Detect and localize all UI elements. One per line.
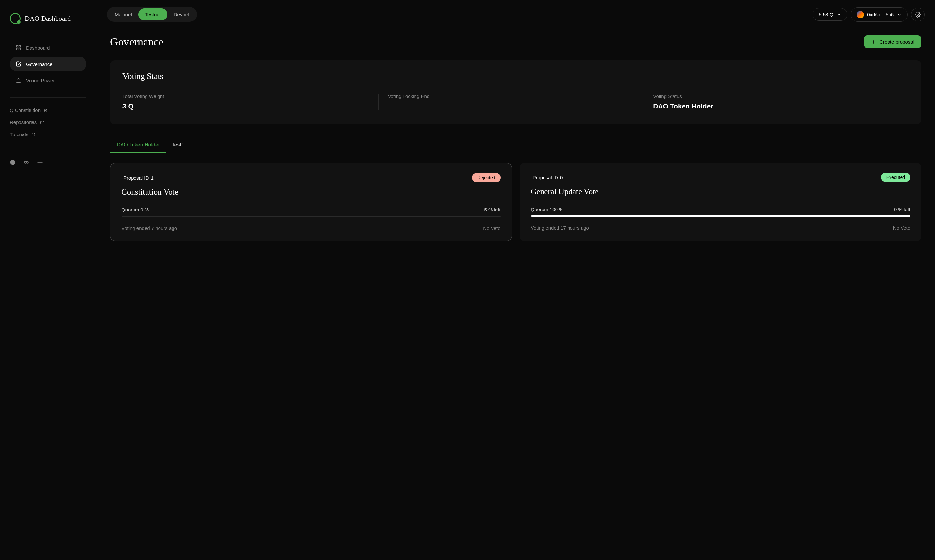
stat-label: Total Voting Weight xyxy=(123,94,369,99)
link-repositories[interactable]: Repositories xyxy=(10,120,86,125)
ext-link-label: Q Constitution xyxy=(10,108,41,113)
sidebar-divider xyxy=(10,97,86,98)
stat-label: Voting Status xyxy=(653,94,900,99)
quorum-progress xyxy=(121,216,501,217)
stat-voting-status: Voting Status DAO Token Holder xyxy=(644,94,909,110)
progress-fill xyxy=(531,215,910,217)
voting-ended: Voting ended 7 hours ago xyxy=(121,225,177,231)
link-tutorials[interactable]: Tutorials xyxy=(10,132,86,137)
quorum-left: 5 % left xyxy=(484,207,500,212)
tab-test1[interactable]: test1 xyxy=(166,137,191,153)
app-name: DAO Dashboard xyxy=(25,15,71,23)
network-testnet[interactable]: Testnet xyxy=(138,8,167,20)
social-icon-1[interactable] xyxy=(10,160,15,165)
quorum-label: Quorum 100 % xyxy=(531,206,564,212)
network-switch: Mainnet Testnet Devnet xyxy=(107,7,197,22)
svg-rect-2 xyxy=(16,48,18,50)
svg-rect-1 xyxy=(19,46,21,47)
voting-power-icon xyxy=(15,77,22,83)
proposal-id: Proposal ID0 xyxy=(531,175,563,180)
voting-ended: Voting ended 17 hours ago xyxy=(531,225,589,231)
proposal-title: General Update Vote xyxy=(531,187,910,196)
svg-point-6 xyxy=(26,162,28,163)
social-icon-3[interactable] xyxy=(37,160,43,165)
external-link-icon xyxy=(40,120,44,125)
proposal-card[interactable]: Proposal ID0 Executed General Update Vot… xyxy=(520,163,922,241)
stat-label: Voting Locking End xyxy=(388,94,635,99)
create-proposal-label: Create proposal xyxy=(880,39,914,45)
chevron-down-icon xyxy=(897,12,901,17)
settings-button[interactable] xyxy=(911,8,924,22)
svg-rect-0 xyxy=(16,46,18,47)
tab-dao-token-holder[interactable]: DAO Token Holder xyxy=(110,137,166,153)
proposal-id: Proposal ID1 xyxy=(121,175,154,181)
svg-point-7 xyxy=(917,14,919,15)
sidebar-item-label: Voting Power xyxy=(26,78,55,83)
external-link-icon xyxy=(44,109,48,112)
proposal-card[interactable]: Proposal ID1 Rejected Constitution Vote … xyxy=(110,163,512,241)
balance-value: 5.58 Q xyxy=(819,12,834,17)
sidebar-item-governance[interactable]: Governance xyxy=(10,57,86,71)
proposal-title: Constitution Vote xyxy=(121,188,501,197)
wallet-dropdown[interactable]: 0xd6c...f5b6 xyxy=(850,8,908,22)
stat-voting-locking-end: Voting Locking End – xyxy=(378,94,644,110)
quorum-left: 0 % left xyxy=(894,206,910,212)
stat-value: DAO Token Holder xyxy=(653,102,900,110)
plus-icon xyxy=(871,39,876,45)
app-logo[interactable]: DAO Dashboard xyxy=(10,13,86,24)
status-badge: Rejected xyxy=(472,173,500,182)
dashboard-icon xyxy=(15,45,22,51)
voting-stats-card: Voting Stats Total Voting Weight 3 Q Vot… xyxy=(110,60,921,125)
proposal-tabs: DAO Token Holder test1 xyxy=(110,137,921,153)
wallet-avatar-icon xyxy=(857,11,864,18)
stats-title: Voting Stats xyxy=(123,71,909,81)
network-devnet[interactable]: Devnet xyxy=(167,8,196,20)
wallet-address: 0xd6c...f5b6 xyxy=(867,12,894,17)
ext-link-label: Tutorials xyxy=(10,132,28,137)
veto-status: No Veto xyxy=(483,225,500,231)
create-proposal-button[interactable]: Create proposal xyxy=(864,35,921,48)
svg-point-5 xyxy=(25,162,26,163)
link-q-constitution[interactable]: Q Constitution xyxy=(10,108,86,113)
ext-link-label: Repositories xyxy=(10,120,37,125)
chevron-down-icon xyxy=(837,12,841,17)
balance-dropdown[interactable]: 5.58 Q xyxy=(812,8,847,21)
sidebar-item-label: Dashboard xyxy=(26,45,50,51)
svg-point-4 xyxy=(11,160,15,165)
quorum-label: Quorum 0 % xyxy=(121,207,149,212)
gear-icon xyxy=(915,12,921,17)
quorum-progress xyxy=(531,215,910,217)
governance-icon xyxy=(15,61,22,67)
sidebar-item-voting-power[interactable]: Voting Power xyxy=(10,73,86,88)
stat-value: 3 Q xyxy=(123,102,369,110)
veto-status: No Veto xyxy=(893,225,910,231)
social-icon-2[interactable] xyxy=(23,160,29,165)
network-mainnet[interactable]: Mainnet xyxy=(108,8,138,20)
external-link-icon xyxy=(32,132,35,137)
page-title: Governance xyxy=(110,36,163,48)
status-badge: Executed xyxy=(881,173,910,182)
logo-icon xyxy=(10,13,21,24)
sidebar-item-label: Governance xyxy=(26,62,52,67)
sidebar-item-dashboard[interactable]: Dashboard xyxy=(10,40,86,55)
svg-rect-3 xyxy=(19,48,21,50)
sidebar-divider xyxy=(10,147,86,147)
stat-value: – xyxy=(388,102,635,110)
stat-total-voting-weight: Total Voting Weight 3 Q xyxy=(123,94,378,110)
